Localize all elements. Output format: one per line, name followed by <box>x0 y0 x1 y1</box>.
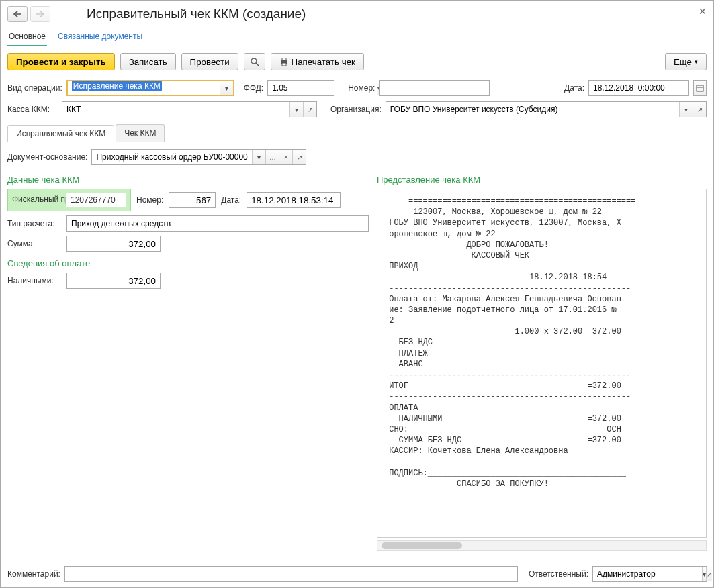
open-icon[interactable]: ↗ <box>706 567 712 581</box>
resp-field[interactable]: ▾ ↗ <box>592 566 707 582</box>
kassa-field[interactable]: ▾ ↗ <box>62 101 317 117</box>
left-pane: Данные чека ККМ Фискальный признак: 1207… <box>7 168 377 554</box>
printer-icon <box>279 58 289 66</box>
resp-label: Ответственный: <box>529 569 588 579</box>
receipt-preview[interactable]: ========================================… <box>377 189 707 538</box>
org-value[interactable] <box>386 102 679 117</box>
tab-main[interactable]: Основное <box>7 28 47 46</box>
section-pay-title: Сведения об оплате <box>7 258 370 268</box>
op-type-field[interactable]: Исправление чека ККМ ▾ <box>66 80 234 96</box>
dropdown-icon[interactable]: ▾ <box>220 81 233 95</box>
clear-icon[interactable]: × <box>279 150 292 164</box>
sum-field[interactable] <box>66 236 161 252</box>
attach-button[interactable] <box>244 53 265 70</box>
content: Данные чека ККМ Фискальный признак: 1207… <box>1 168 713 560</box>
section-data-title: Данные чека ККМ <box>7 175 370 185</box>
arrow-left-icon <box>13 11 21 17</box>
tab-check[interactable]: Чек ККМ <box>116 124 165 142</box>
row-op-type: Вид операции: Исправление чека ККМ ▾ ФФД… <box>1 77 713 99</box>
dropdown-icon[interactable]: ▾ <box>252 150 265 164</box>
svg-rect-5 <box>697 85 703 91</box>
org-field[interactable]: ▾ ↗ <box>386 101 707 117</box>
fiscal-label: Фискальный признак: <box>12 195 62 204</box>
print-check-button[interactable]: Напечатать чек <box>271 53 364 70</box>
calc-type-field[interactable] <box>66 215 369 232</box>
record-button[interactable]: Записать <box>120 53 176 70</box>
open-icon[interactable]: ↗ <box>303 102 316 117</box>
check-number-field[interactable] <box>169 192 216 208</box>
calendar-icon <box>696 84 704 92</box>
calendar-button[interactable] <box>693 80 707 96</box>
header: Исправительный чек ККМ (создание) <box>1 1 713 25</box>
inner-tabs: Исправляемый чек ККМ Чек ККМ <box>7 124 707 142</box>
dropdown-icon[interactable]: ▾ <box>679 102 693 117</box>
print-check-label: Напечатать чек <box>292 57 355 67</box>
chevron-down-icon: ▾ <box>695 58 698 65</box>
calc-type-label: Тип расчета: <box>7 219 61 228</box>
cash-field[interactable] <box>66 273 161 289</box>
op-type-label: Вид операции: <box>7 83 62 93</box>
page-title: Исправительный чек ККМ (создание) <box>87 7 306 21</box>
kassa-label: Касса ККМ: <box>7 105 58 114</box>
comment-label: Комментарий: <box>7 569 60 579</box>
comment-field[interactable] <box>64 566 518 582</box>
arrow-right-icon <box>36 11 44 17</box>
svg-point-0 <box>251 58 257 64</box>
check-number-label: Номер: <box>136 195 163 205</box>
date-label: Дата: <box>564 83 584 93</box>
preview-hscroll[interactable] <box>377 540 707 551</box>
date-field[interactable] <box>588 80 689 96</box>
date-value[interactable] <box>589 81 698 95</box>
row-doc-basis: Документ-основание: ▾ … × ↗ <box>1 146 713 168</box>
close-icon[interactable]: ✕ <box>699 6 707 17</box>
fiscal-value[interactable]: 1207267770 <box>66 193 126 207</box>
toolbar: Провести и закрыть Записать Провести Нап… <box>1 46 713 77</box>
fiscal-box: Фискальный признак: 1207267770 <box>7 189 131 211</box>
more-label: Еще <box>674 57 692 67</box>
top-tabs: Основное Связанные документы <box>1 25 713 46</box>
sum-label: Сумма: <box>7 239 61 248</box>
kassa-value[interactable] <box>62 102 289 117</box>
dropdown-icon[interactable]: ▾ <box>289 102 303 117</box>
number-label: Номер: <box>348 83 375 93</box>
cash-label: Наличными: <box>7 276 61 285</box>
footer: Комментарий: Ответственный: ▾ ↗ <box>1 560 713 587</box>
svg-line-1 <box>256 63 259 66</box>
svg-rect-3 <box>282 58 286 60</box>
ffd-field[interactable]: ▾ <box>267 80 334 96</box>
number-field[interactable] <box>379 80 490 96</box>
check-date-label: Дата: <box>221 195 241 205</box>
post-close-button[interactable]: Провести и закрыть <box>7 53 115 70</box>
ffd-label: ФФД: <box>244 83 263 93</box>
comment-value[interactable] <box>65 567 517 581</box>
forward-button[interactable] <box>30 6 50 22</box>
open-icon[interactable]: ↗ <box>693 102 706 117</box>
doc-basis-value[interactable] <box>92 150 252 164</box>
op-type-value: Исправление чека ККМ <box>72 81 162 91</box>
resp-value[interactable] <box>593 567 702 581</box>
tab-corrected-check[interactable]: Исправляемый чек ККМ <box>7 125 114 142</box>
calc-type-value[interactable] <box>67 216 368 231</box>
preview-title: Представление чека ККМ <box>377 175 707 185</box>
open-icon[interactable]: ↗ <box>292 150 306 164</box>
doc-basis-label: Документ-основание: <box>7 152 87 162</box>
row-kassa-org: Касса ККМ: ▾ ↗ Организация: ▾ ↗ <box>1 99 713 120</box>
doc-basis-field[interactable]: ▾ … × ↗ <box>91 149 306 165</box>
back-button[interactable] <box>7 6 28 22</box>
number-value[interactable] <box>380 81 489 95</box>
svg-rect-4 <box>282 63 286 66</box>
tab-linked[interactable]: Связанные документы <box>56 28 144 46</box>
more-button[interactable]: Еще ▾ <box>665 53 707 70</box>
search-doc-icon <box>250 57 259 66</box>
select-icon[interactable]: … <box>265 150 279 164</box>
check-date-field[interactable] <box>247 192 341 208</box>
post-button[interactable]: Провести <box>181 53 238 70</box>
document-window: ✕ Исправительный чек ККМ (создание) Осно… <box>0 0 714 588</box>
right-pane: Представление чека ККМ =================… <box>377 168 707 554</box>
org-label: Организация: <box>330 105 382 114</box>
